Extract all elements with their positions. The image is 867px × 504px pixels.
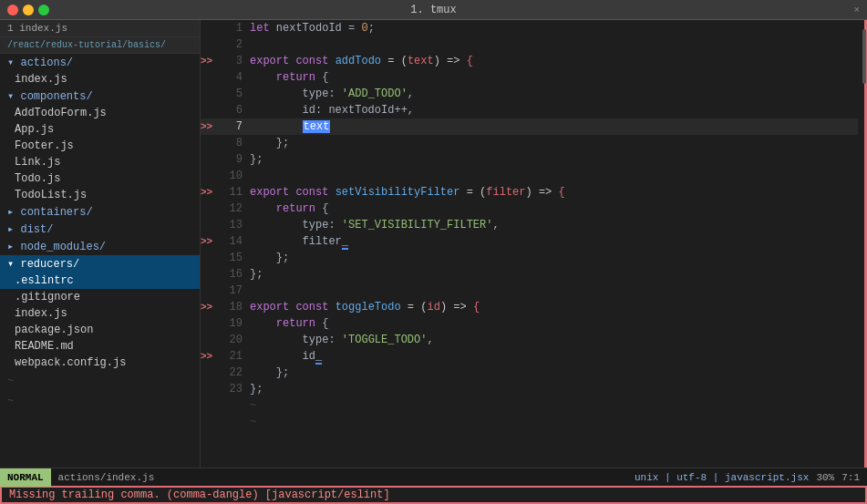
sidebar-item-containers[interactable]: ▸ containers/ xyxy=(0,203,200,221)
sidebar-item-package[interactable]: package.json xyxy=(0,322,200,338)
code-line-13: 13 type: 'SET_VISIBILITY_FILTER', xyxy=(201,217,858,233)
code-line-12: 12 return { xyxy=(201,201,858,217)
code-line-19: 19 return { xyxy=(201,315,858,332)
code-line-7: >> 7 text xyxy=(201,118,858,135)
sidebar-item-gitignore[interactable]: .gitignore xyxy=(0,289,200,305)
sidebar-item-dist[interactable]: ▸ dist/ xyxy=(0,221,200,238)
sidebar-header: 1 index.js xyxy=(0,20,200,37)
sidebar-tilde-2: ~ xyxy=(0,391,200,411)
sidebar-item-actions-index[interactable]: index.js xyxy=(0,71,200,87)
sidebar-file-label: 1 index.js xyxy=(7,23,67,34)
linenum-1: 1 xyxy=(222,22,250,35)
code-line-15: 15 }; xyxy=(201,250,858,266)
sidebar-item-eslintrc[interactable]: .eslintrc xyxy=(0,273,200,289)
tilde-line-1: ~ xyxy=(201,397,858,414)
window-title: 1. tmux xyxy=(410,4,456,16)
code-line-3: >> 3 export const addTodo = (text) => { xyxy=(201,53,858,69)
title-bar: 1. tmux × xyxy=(0,0,867,20)
sidebar-item-footer[interactable]: Footer.js xyxy=(0,138,200,154)
tilde-line-2: ~ xyxy=(201,414,858,430)
editor-content: 1 let nextTodoId = 0; 2 >> 3 export cons… xyxy=(201,20,867,468)
code-line-21: >> 21 id_ xyxy=(201,348,858,365)
sidebar-item-todolist[interactable]: TodoList.js xyxy=(0,187,200,203)
close-button[interactable] xyxy=(7,5,18,15)
scrollbar-thumb[interactable] xyxy=(862,29,866,84)
sidebar-path: /react/redux-tutorial/basics/ xyxy=(0,37,200,54)
sidebar-item-actions[interactable]: ▾ actions/ xyxy=(0,54,200,71)
main-container: 1 index.js /react/redux-tutorial/basics/… xyxy=(0,20,867,468)
code-line-4: 4 return { xyxy=(201,69,858,86)
sidebar-item-webpack[interactable]: webpack.config.js xyxy=(0,355,200,371)
minimize-button[interactable] xyxy=(23,5,34,15)
code-line-18: >> 18 export const toggleTodo = (id) => … xyxy=(201,299,858,315)
error-message: Missing trailing comma. (comma-dangle) [… xyxy=(9,489,390,501)
sidebar-tilde-1: ~ xyxy=(0,371,200,391)
vim-status-bar: NORMAL actions/index.js unix | utf-8 | j… xyxy=(0,468,867,486)
status-right: unix | utf-8 | javascript.jsx 30% 7:1 xyxy=(635,472,867,483)
sidebar-item-link[interactable]: Link.js xyxy=(0,154,200,170)
code-line-10: 10 xyxy=(201,168,858,184)
code-line-6: 6 id: nextTodoId++, xyxy=(201,102,858,118)
status-percent: 30% xyxy=(816,472,834,483)
code-line-9: 9 }; xyxy=(201,151,858,168)
code-line-14: >> 14 filter_ xyxy=(201,233,858,250)
code-line-16: 16 }; xyxy=(201,266,858,283)
sidebar-item-node-modules[interactable]: ▸ node_modules/ xyxy=(0,238,200,255)
code-line-1: 1 let nextTodoId = 0; xyxy=(201,20,858,36)
scrollbar-track[interactable] xyxy=(858,20,867,468)
maximize-button[interactable] xyxy=(38,5,49,15)
sidebar-item-readme[interactable]: README.md xyxy=(0,338,200,355)
code-line-20: 20 type: 'TOGGLE_TODO', xyxy=(201,332,858,348)
window-controls xyxy=(7,5,49,15)
code-panel: 1 let nextTodoId = 0; 2 >> 3 export cons… xyxy=(201,20,858,468)
status-encoding: unix | utf-8 | javascript.jsx xyxy=(635,472,809,483)
code-line-11: >> 11 export const setVisibilityFilter =… xyxy=(201,184,858,201)
status-file: actions/index.js xyxy=(51,472,162,483)
code-line-8: 8 }; xyxy=(201,135,858,151)
title-close-icon[interactable]: × xyxy=(853,5,860,15)
diff-1 xyxy=(201,23,222,34)
status-position: 7:1 xyxy=(841,472,860,483)
sidebar-item-todo[interactable]: Todo.js xyxy=(0,170,200,187)
code-line-22: 22 }; xyxy=(201,365,858,381)
sidebar-item-app[interactable]: App.js xyxy=(0,121,200,138)
sidebar: 1 index.js /react/redux-tutorial/basics/… xyxy=(0,20,201,468)
error-bar: Missing trailing comma. (comma-dangle) [… xyxy=(0,486,867,504)
status-left: NORMAL actions/index.js xyxy=(0,468,635,487)
code-line-5: 5 type: 'ADD_TODO', xyxy=(201,86,858,102)
code-line-17: 17 xyxy=(201,283,858,299)
sidebar-item-addtodoform[interactable]: AddTodoForm.js xyxy=(0,105,200,121)
sidebar-item-components[interactable]: ▾ components/ xyxy=(0,87,200,105)
sidebar-item-index[interactable]: index.js xyxy=(0,305,200,322)
code-line-23: 23 }; xyxy=(201,381,858,397)
code-line-2: 2 xyxy=(201,36,858,53)
sidebar-item-reducers[interactable]: ▾ reducers/ xyxy=(0,255,200,273)
vim-mode-indicator: NORMAL xyxy=(0,468,51,487)
editor-area[interactable]: 1 let nextTodoId = 0; 2 >> 3 export cons… xyxy=(201,20,867,468)
